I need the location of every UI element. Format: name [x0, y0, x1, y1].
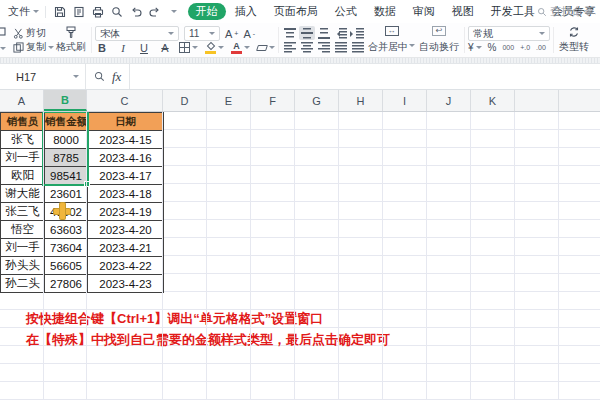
currency-format-button[interactable]: ¥ [468, 42, 482, 53]
table-cell[interactable]: 8000 [45, 131, 88, 149]
table-cell[interactable]: 欧阳 [1, 167, 45, 185]
file-menu[interactable]: 文件 [8, 4, 39, 19]
save-button[interactable] [52, 4, 68, 20]
fill-color-button[interactable] [205, 42, 224, 54]
clear-format-button[interactable] [257, 43, 275, 52]
align-distributed-button[interactable] [350, 40, 366, 54]
table-cell[interactable]: 孙头头 [1, 257, 45, 275]
type-convert-button[interactable]: 类型转 [557, 25, 591, 55]
column-header-blank[interactable] [559, 90, 600, 111]
export-button[interactable] [71, 4, 87, 20]
tab-3[interactable]: 页面布局 [266, 3, 326, 20]
table-cell[interactable]: 23601 [45, 185, 88, 203]
merge-center-button[interactable]: ↔ 合并居中 [366, 25, 417, 55]
font-size-select[interactable]: 11 [184, 26, 220, 41]
insert-function-button[interactable]: fx [112, 69, 121, 85]
column-header-G[interactable]: G [295, 90, 339, 111]
font-color-button[interactable]: A [231, 42, 250, 54]
redo-button[interactable] [147, 4, 163, 20]
table-cell[interactable]: 2023-4-22 [88, 257, 164, 275]
strikethrough-button[interactable]: A [158, 42, 172, 54]
table-cell[interactable]: 8785 [45, 149, 88, 167]
tab-7[interactable]: 视图 [444, 3, 482, 20]
qat-more-button[interactable] [166, 4, 182, 20]
table-cell[interactable]: 孙二头 [1, 275, 45, 293]
percent-format-button[interactable]: % [488, 42, 497, 53]
decrease-font-button[interactable]: A- [243, 28, 255, 40]
table-cell[interactable]: 98541 [45, 167, 88, 185]
align-right-button[interactable] [316, 40, 332, 54]
number-format-select[interactable]: 常规 [468, 26, 550, 41]
decrease-decimal-button[interactable]: .00 [536, 44, 546, 51]
column-header-A[interactable]: A [0, 90, 44, 111]
table-cell[interactable]: 张三飞 [1, 203, 45, 221]
align-center-button[interactable] [299, 40, 315, 54]
table-cell[interactable]: 谢大能 [1, 185, 45, 203]
table-cell[interactable]: 2023-4-15 [88, 131, 164, 149]
column-header-blank[interactable] [515, 90, 559, 111]
increase-decimal-button[interactable]: +.0 [520, 44, 530, 51]
column-header-H[interactable]: H [339, 90, 383, 111]
tab-8[interactable]: 开发工具 [483, 3, 543, 20]
copy-button[interactable]: 复制 [13, 40, 54, 54]
column-header-C[interactable]: C [87, 90, 163, 111]
print-button[interactable] [90, 4, 106, 20]
column-header-D[interactable]: D [163, 90, 207, 111]
table-cell[interactable]: 2023-4-18 [88, 185, 164, 203]
table-header-cell[interactable]: 销售员 [1, 113, 45, 131]
column-header-F[interactable]: F [251, 90, 295, 111]
table-cell[interactable]: 2023-4-23 [88, 275, 164, 293]
table-cell[interactable]: 刘一手 [1, 149, 45, 167]
increase-font-button[interactable]: A+ [225, 28, 238, 40]
sheet-grid[interactable]: 销售员销售金额日期张飞80002023-4-15刘一手87852023-4-16… [0, 112, 600, 400]
font-name-select[interactable]: 宋体 [95, 26, 179, 41]
align-justify-button[interactable] [333, 40, 349, 54]
table-cell[interactable]: 56605 [45, 257, 88, 275]
paste-button[interactable] [0, 25, 13, 55]
wrap-text-button[interactable]: ↩ 自动换行 [417, 25, 461, 55]
italic-button[interactable]: I [116, 42, 130, 54]
tab-6[interactable]: 审阅 [405, 3, 443, 20]
align-bottom-button[interactable] [316, 26, 332, 40]
table-cell[interactable]: 73604 [45, 239, 88, 257]
align-top-button[interactable] [282, 26, 298, 40]
borders-button[interactable] [179, 42, 198, 53]
fill-handle[interactable] [84, 181, 90, 187]
column-header-K[interactable]: K [471, 90, 515, 111]
table-cell[interactable]: 2023-4-17 [88, 167, 164, 185]
tab-1[interactable]: 开始 [188, 3, 226, 20]
column-header-I[interactable]: I [383, 90, 427, 111]
table-cell[interactable]: 2023-4-16 [88, 149, 164, 167]
table-cell[interactable]: 刘一手 [1, 239, 45, 257]
underline-button[interactable]: U [137, 42, 151, 54]
table-header-cell[interactable]: 日期 [88, 113, 164, 131]
print-preview-button[interactable] [109, 4, 125, 20]
undo-button[interactable] [128, 4, 144, 20]
formula-input[interactable] [129, 64, 600, 89]
align-middle-button[interactable] [299, 26, 315, 40]
table-cell[interactable]: 27806 [45, 275, 88, 293]
column-header-J[interactable]: J [427, 90, 471, 111]
align-left-button[interactable] [282, 40, 298, 54]
column-header-E[interactable]: E [207, 90, 251, 111]
table-cell[interactable]: 悟空 [1, 221, 45, 239]
tab-2[interactable]: 插入 [227, 3, 265, 20]
table-cell[interactable]: 2023-4-21 [88, 239, 164, 257]
tab-5[interactable]: 数据 [366, 3, 404, 20]
name-box[interactable]: H17 [0, 64, 86, 89]
format-painter-button[interactable]: 格式刷 [54, 25, 88, 55]
table-cell[interactable]: 63603 [45, 221, 88, 239]
magnifier-icon[interactable] [94, 71, 105, 82]
table-header-cell[interactable]: 销售金额 [45, 113, 88, 131]
cut-button[interactable]: 剪切 [13, 26, 54, 40]
tab-4[interactable]: 公式 [327, 3, 365, 20]
table-cell[interactable]: 2023-4-19 [88, 203, 164, 221]
decrease-indent-button[interactable] [333, 26, 349, 40]
column-header-B[interactable]: B [44, 90, 87, 111]
bold-button[interactable]: B [95, 42, 109, 54]
increase-indent-button[interactable] [350, 26, 366, 40]
table-cell[interactable]: 2023-4-20 [88, 221, 164, 239]
table-cell[interactable]: 张飞 [1, 131, 45, 149]
command-search[interactable]: 查找命令、搜 [537, 4, 596, 19]
thousands-separator-button[interactable]: 000 [502, 44, 514, 51]
